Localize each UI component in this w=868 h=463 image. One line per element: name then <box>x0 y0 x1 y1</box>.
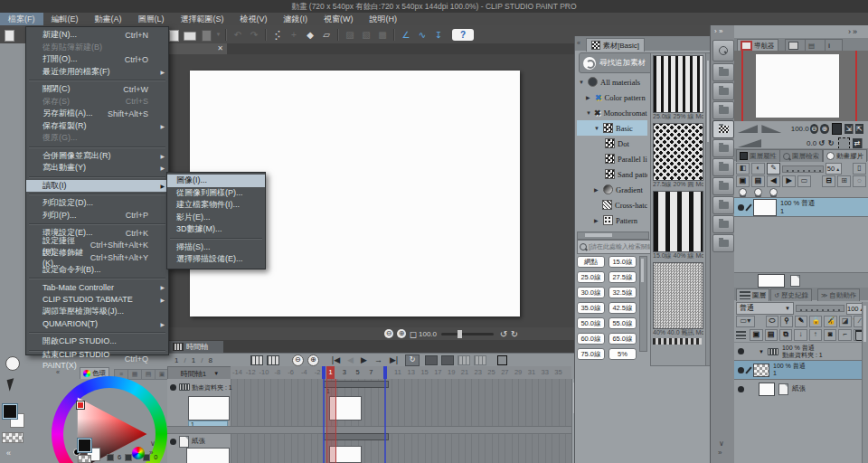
layer-row-cel-1-selected[interactable]: 100 % 普通 1 <box>734 360 862 380</box>
rotate-slider-icon[interactable] <box>738 139 761 147</box>
tab-animation-cels[interactable]: 動畫膠片 <box>823 149 867 162</box>
menu-item-close[interactable]: 關閉(C)Ctrl+W <box>26 83 168 96</box>
tag-pill[interactable]: 60.0線 <box>577 333 605 345</box>
navigator-canvas-preview[interactable] <box>756 54 839 118</box>
redo-icon[interactable]: ↷ <box>247 28 261 42</box>
duplicate-layer-button[interactable]: ⧉ <box>779 329 792 341</box>
tab-item-bank[interactable]: ▤ <box>805 39 826 52</box>
nav-zoom-out-icon[interactable]: ⊖ <box>810 124 818 134</box>
collapse-strip-icon[interactable]: « <box>6 449 11 458</box>
prev-cel-icon[interactable]: ◀ <box>767 175 780 187</box>
timeline-start-frame[interactable]: 1 <box>175 356 178 364</box>
timeline-settings-icon[interactable] <box>267 355 279 365</box>
material-collapse-icon[interactable]: « <box>577 40 580 46</box>
timeline-zoom-in-icon[interactable]: ⊕ <box>307 354 319 366</box>
menu-view[interactable]: 檢視(V) <box>232 13 276 25</box>
cel-folder-icon[interactable]: ⊟ <box>822 175 835 187</box>
hue-selector[interactable] <box>77 402 84 409</box>
paper-layer-thumbnail[interactable] <box>759 383 775 396</box>
new-cel-button[interactable]: ▣ <box>736 175 750 187</box>
cel-transform-icon[interactable]: ◧ <box>736 163 750 175</box>
tab-layer-search[interactable]: 圖層檢索 <box>779 149 823 162</box>
menu-window[interactable]: 視窗(W) <box>316 13 362 25</box>
onion-skin-next-icon[interactable] <box>769 188 778 196</box>
tag-pill[interactable]: 35.0線 <box>577 302 605 314</box>
cel-page-icon[interactable]: ▯ <box>853 163 866 175</box>
tag-scrollbar[interactable] <box>639 256 647 352</box>
delete-cel-icon[interactable] <box>458 355 470 365</box>
tab-subview[interactable] <box>785 39 807 52</box>
layer-mask-button[interactable]: ◙ <box>824 329 836 341</box>
tab-layers[interactable]: 圖層 <box>736 288 769 301</box>
tree-item-color-pattern[interactable]: ▶ ✖ Color pattern <box>577 90 647 105</box>
transparent-swatch-2[interactable] <box>78 455 91 463</box>
menu-selection[interactable]: 選擇範圍(S) <box>173 13 232 25</box>
menu-item-tabmate-controller[interactable]: Tab-Mate Controller▶ <box>26 281 168 294</box>
save-icon[interactable] <box>199 28 213 42</box>
submenu-item-3d-data[interactable]: 3D數據(M)... <box>167 223 265 236</box>
new-cel-2-button[interactable]: ▤ <box>751 175 765 187</box>
category-basic-button[interactable] <box>712 120 734 138</box>
menu-item-import[interactable]: 讀取(I)▶ <box>26 180 168 193</box>
cel-list-item-selected[interactable]: 100 % 普通 1 <box>734 197 868 217</box>
timeline-current-frame[interactable]: 1 <box>192 356 195 364</box>
tree-item-pattern[interactable]: ▶ Pattern <box>577 213 647 228</box>
tree-item-cross-hatching[interactable]: Cross-hatchi <box>577 197 647 213</box>
transfer-button[interactable]: ↑ <box>809 329 822 341</box>
brush-size-icon[interactable] <box>5 356 20 371</box>
canvas-zoom-in-icon[interactable]: ⊕ <box>397 329 406 338</box>
layer-visibility-icon[interactable] <box>738 367 744 373</box>
paper-thumbnail[interactable] <box>186 448 230 463</box>
previous-frame-icon[interactable]: ◀ <box>347 355 354 364</box>
timeline-tab[interactable]: 時間軸 <box>169 341 223 353</box>
close-tab-icon[interactable]: ✕ <box>217 43 223 54</box>
layer-pen-icon[interactable]: ✎ <box>795 316 807 327</box>
material-item-stripes-15[interactable] <box>653 191 703 252</box>
range-end-marker[interactable] <box>383 366 387 379</box>
cel-brush-icon[interactable]: ✎ <box>767 163 780 175</box>
rotate-ccw-icon[interactable]: ↺ <box>499 327 508 341</box>
onion-skin-icon[interactable] <box>497 355 507 365</box>
onion-opacity-slider[interactable] <box>782 165 824 173</box>
menu-animation[interactable]: 動畫(A) <box>87 13 130 25</box>
onion-opacity-value[interactable]: 50▲▼ <box>826 163 842 175</box>
menu-item-recent-files[interactable]: 最近使用的檔案(F)▶ <box>26 66 168 79</box>
onion-skin-prev-icon[interactable] <box>739 188 747 196</box>
menu-item-save-duplicate[interactable]: 保存複製(R)▶ <box>26 120 168 133</box>
menu-item-print[interactable]: 列印(P)...Ctrl+P <box>26 210 168 222</box>
grid-icon[interactable]: ▨ <box>343 28 357 42</box>
material-item-noise-40[interactable] <box>653 262 703 329</box>
timeline-ruler[interactable]: -14 -12 -10 -8 -6 -4 -2 3 5 7 11 13 15 1… <box>231 366 571 380</box>
tag-pill[interactable]: 32.5線 <box>609 287 637 298</box>
tab-approximate-color[interactable]: ▣ <box>155 369 167 380</box>
timeline-track-area[interactable] <box>231 379 571 463</box>
transparent-color-swatch[interactable] <box>2 432 24 443</box>
tag-pill[interactable]: 65.0線 <box>609 333 637 345</box>
move-icon[interactable]: + <box>287 28 301 42</box>
color-sphere-icon[interactable] <box>132 447 145 459</box>
tab-color-set[interactable]: ▦ <box>127 369 142 380</box>
submenu-item-select-scan-device[interactable]: 選擇掃描設備(E)... <box>167 253 265 266</box>
fill-icon[interactable]: ◆ <box>303 28 317 42</box>
lock-alpha-icon[interactable]: 🔏 <box>824 316 836 327</box>
expander-icon[interactable]: ▼ <box>579 80 585 85</box>
material-tab[interactable]: 素材[Basic] <box>586 38 645 52</box>
tag-pill[interactable]: 50.0線 <box>577 317 605 329</box>
expander-icon[interactable]: ▼ <box>594 126 600 131</box>
range-start-marker[interactable] <box>322 366 326 379</box>
tab-intermediate-color[interactable]: ▤ <box>141 369 156 380</box>
tree-item-basic[interactable]: ▼ Basic <box>577 120 647 136</box>
cel-stack-icon[interactable]: ⊞ <box>837 175 851 187</box>
layer-thumbnail-checker[interactable] <box>753 364 769 377</box>
main-color-swatch[interactable] <box>3 404 17 419</box>
deselect-icon[interactable]: ⡪ <box>270 28 285 42</box>
expander-icon[interactable]: ▶ <box>594 186 600 193</box>
nav-zoom-in-icon[interactable]: ⊕ <box>820 124 828 134</box>
tag-pill[interactable]: 網點 <box>577 256 605 268</box>
submenu-item-movie[interactable]: 影片(E)... <box>167 212 265 224</box>
selection-dropdown-icon[interactable]: ▭▾ <box>736 316 755 327</box>
layer-opacity-slider[interactable] <box>796 305 844 312</box>
track-cel-thumbnail[interactable] <box>188 396 230 420</box>
onion-skin-toggle-icon[interactable] <box>754 188 762 196</box>
canvas-zoom-slider[interactable] <box>441 333 494 335</box>
